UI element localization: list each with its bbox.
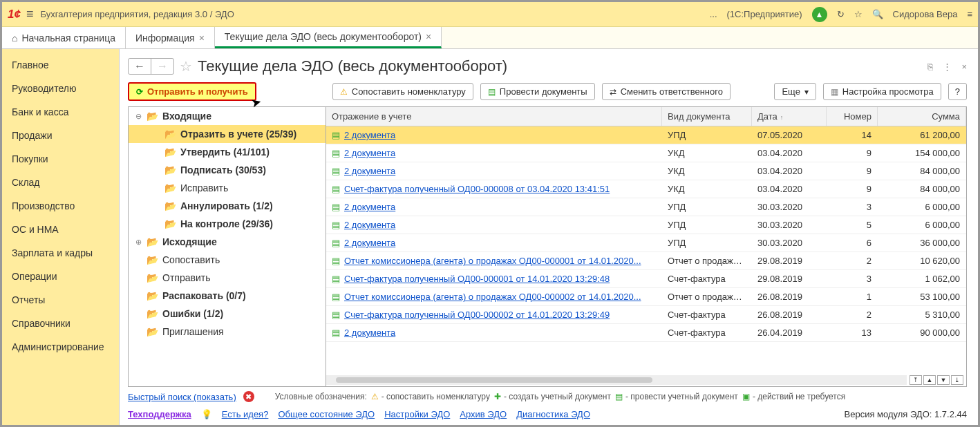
document-link[interactable]: Счет-фактура полученный ОД00-000002 от 1… (344, 310, 610, 320)
section-nav-item[interactable]: Отчеты (2, 288, 119, 312)
table-row[interactable]: ▤2 документаУКД03.04.2020984 000,00 (326, 162, 966, 180)
quick-search-link[interactable]: Быстрый поиск (показать) (128, 392, 236, 402)
edo-settings-link[interactable]: Настройки ЭДО (384, 409, 450, 419)
nav-back-icon[interactable]: ← (129, 59, 151, 74)
grid-first-icon[interactable]: ⤒ (910, 375, 922, 385)
post-button[interactable]: ▤ Провести документы (480, 83, 595, 100)
section-nav-item[interactable]: ОС и НМА (2, 218, 119, 241)
document-link[interactable]: 2 документа (344, 166, 395, 176)
legend-1: - сопоставить номенклатуру (381, 392, 490, 401)
user-name[interactable]: Сидорова Вера (893, 9, 958, 19)
tree-node[interactable]: 📂Сопоставить (129, 251, 326, 269)
document-link[interactable]: 2 документа (344, 130, 395, 140)
tree-node[interactable]: 📂Приглашения (129, 323, 326, 341)
document-link[interactable]: 2 документа (344, 238, 395, 248)
history-icon[interactable]: ↻ (837, 9, 845, 19)
table-row[interactable]: ▤Отчет комиссионера (агента) о продажах … (326, 252, 966, 270)
grid-last-icon[interactable]: ⤓ (951, 375, 963, 385)
document-link[interactable]: 2 документа (344, 202, 395, 212)
table-row[interactable]: ▤2 документаУПД30.03.2020636 000,00 (326, 234, 966, 252)
table-row[interactable]: ▤2 документаСчет-фактура26.04.20191390 0… (326, 324, 966, 342)
tree-node[interactable]: 📂Отправить (129, 269, 326, 287)
tree-node[interactable]: 📂Исправить (129, 179, 326, 197)
table-row[interactable]: ▤Счет-фактура полученный ОД00-000008 от … (326, 180, 966, 198)
table-row[interactable]: ▤2 документаУПД30.03.202056 000,00 (326, 216, 966, 234)
close-page-icon[interactable]: × (961, 61, 967, 72)
tree-node-label: На контроле (29/36) (180, 218, 273, 229)
edo-status-link[interactable]: Общее состояние ЭДО (278, 409, 375, 419)
expander-icon[interactable]: ⊖ (134, 112, 142, 121)
col-reflection[interactable]: Отражение в учете (326, 107, 662, 126)
tab-home[interactable]: ⌂ Начальная страница (2, 27, 126, 48)
section-nav-item[interactable]: Банк и касса (2, 100, 119, 124)
link-icon[interactable]: ⎘ (927, 61, 933, 72)
favorite-icon[interactable]: ☆ (854, 9, 863, 19)
col-date[interactable]: Дата↑ (752, 107, 827, 126)
table-row[interactable]: ▤Счет-фактура полученный ОД00-000002 от … (326, 306, 966, 324)
section-nav-item[interactable]: Зарплата и кадры (2, 241, 119, 265)
section-nav-item[interactable]: Производство (2, 194, 119, 218)
document-link[interactable]: 2 документа (344, 220, 395, 230)
tree-node[interactable]: 📂Подписать (30/53) (129, 161, 326, 179)
more-button[interactable]: Еще ▾ (774, 83, 816, 100)
notifications-icon[interactable]: ▲ (812, 7, 827, 22)
section-nav-item[interactable]: Склад (2, 171, 119, 194)
table-row[interactable]: ▤2 документаУПД07.05.20201461 200,00 (326, 126, 966, 144)
edo-diag-link[interactable]: Диагностика ЭДО (516, 409, 590, 419)
section-nav-item[interactable]: Продажи (2, 124, 119, 147)
grid-up-icon[interactable]: ▲ (923, 375, 936, 385)
document-link[interactable]: Отчет комиссионера (агента) о продажах О… (344, 292, 641, 302)
tab-info[interactable]: Информация × (126, 27, 215, 48)
section-nav-item[interactable]: Руководителю (2, 77, 119, 100)
section-nav-item[interactable]: Главное (2, 53, 119, 77)
tree-node[interactable]: 📂Распаковать (0/7) (129, 287, 326, 305)
tree-node[interactable]: ⊕📂Исходящие (129, 233, 326, 251)
section-nav-item[interactable]: Покупки (2, 147, 119, 171)
help-button[interactable]: ? (948, 83, 967, 100)
tree-node[interactable]: ⊖📂Входящие (129, 107, 326, 125)
support-link[interactable]: Техподдержка (128, 409, 191, 419)
section-nav-item[interactable]: Операции (2, 265, 119, 288)
document-link[interactable]: Счет-фактура полученный ОД00-000001 от 1… (344, 274, 610, 284)
col-type[interactable]: Вид документа (662, 107, 752, 126)
star-icon[interactable]: ☆ (180, 58, 192, 75)
document-link[interactable]: Счет-фактура полученный ОД00-000008 от 0… (344, 184, 610, 194)
kebab-icon[interactable]: ⋮ (943, 61, 952, 72)
document-link[interactable]: 2 документа (344, 328, 395, 338)
cell-number: 9 (827, 144, 878, 162)
grid-down-icon[interactable]: ▼ (937, 375, 950, 385)
horizontal-scrollbar[interactable] (326, 375, 907, 385)
tab-edo[interactable]: Текущие дела ЭДО (весь документооборот) … (215, 27, 442, 48)
section-nav-item[interactable]: Справочники (2, 312, 119, 335)
expander-icon[interactable]: ⊕ (134, 238, 142, 247)
error-indicator-icon[interactable]: ✖ (243, 391, 254, 402)
document-link[interactable]: Отчет комиссионера (агента) о продажах О… (344, 256, 641, 266)
table-row[interactable]: ▤Отчет комиссионера (агента) о продажах … (326, 288, 966, 306)
tree-node[interactable]: 📂Отразить в учете (25/39) (129, 125, 326, 143)
send-receive-button[interactable]: ⟳ Отправить и получить (128, 82, 256, 101)
tree-node[interactable]: 📂Утвердить (41/101) (129, 143, 326, 161)
edo-archive-link[interactable]: Архив ЭДО (460, 409, 507, 419)
document-icon: ▤ (332, 184, 340, 194)
change-owner-button[interactable]: ⇄ Сменить ответственного (602, 83, 731, 100)
tree-node[interactable]: 📂Аннулировать (1/2) (129, 197, 326, 215)
nav-forward-icon[interactable]: → (151, 59, 173, 74)
table-row[interactable]: ▤2 документаУКД03.04.20209154 000,00 (326, 144, 966, 162)
col-number[interactable]: Номер (827, 107, 878, 126)
user-menu-icon[interactable]: ≡ (967, 9, 972, 19)
close-icon[interactable]: × (199, 32, 205, 44)
tree-node[interactable]: 📂Ошибки (1/2) (129, 305, 326, 323)
table-row[interactable]: ▤Счет-фактура полученный ОД00-000001 от … (326, 270, 966, 288)
section-nav-item[interactable]: Администрирование (2, 335, 119, 359)
view-settings-button[interactable]: ▦ Настройка просмотра (823, 83, 941, 100)
tree-node[interactable]: 📂На контроле (29/36) (129, 215, 326, 233)
close-icon[interactable]: × (426, 31, 431, 42)
menu-icon[interactable]: ≡ (26, 7, 34, 21)
search-icon[interactable]: 🔍 (872, 9, 883, 19)
idea-link[interactable]: Есть идея? (222, 409, 269, 419)
table-row[interactable]: ▤2 документаУПД30.03.202036 000,00 (326, 198, 966, 216)
match-button[interactable]: ⚠ Сопоставить номенклатуру (332, 83, 473, 100)
document-link[interactable]: 2 документа (344, 148, 395, 158)
col-sum[interactable]: Сумма (878, 107, 966, 126)
titlebar-ellipsis[interactable]: ... (710, 9, 717, 19)
